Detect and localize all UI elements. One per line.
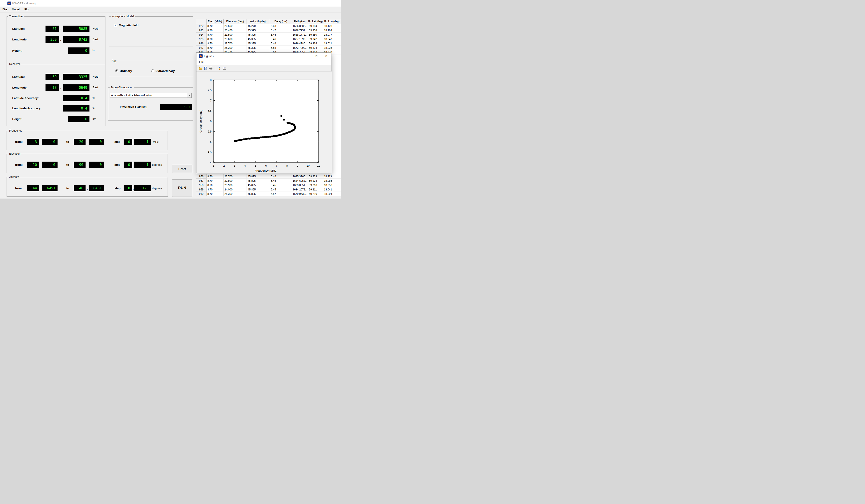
table-cell[interactable]: 5.45: [270, 179, 292, 183]
table-column-header[interactable]: Azimuth (deg): [247, 19, 270, 24]
table-cell[interactable]: 5.58: [270, 46, 292, 50]
table-cell[interactable]: 18.021: [323, 41, 341, 46]
run-button[interactable]: RUN: [172, 179, 192, 197]
table-cell[interactable]: 18.056: [323, 183, 341, 187]
table-column-header[interactable]: Path (km): [292, 19, 308, 24]
table-cell[interactable]: 59.233: [308, 174, 323, 179]
table-cell[interactable]: 1633.8651...: [292, 183, 308, 187]
frequency-to-int-field[interactable]: 20: [74, 139, 85, 145]
table-cell[interactable]: 8.70: [207, 24, 223, 28]
azimuth-to-int-field[interactable]: 46: [74, 185, 85, 191]
elevation-from-int-field[interactable]: 10: [27, 162, 39, 168]
table-cell[interactable]: 1635.3760...: [292, 174, 308, 179]
table-cell[interactable]: 59.324: [308, 46, 323, 50]
table-cell[interactable]: 18.094: [323, 192, 341, 196]
rx-lon-accuracy-field[interactable]: 0.4: [63, 105, 90, 112]
legend-icon[interactable]: [222, 66, 227, 71]
elevation-step-int-field[interactable]: 0: [124, 162, 132, 168]
table-cell[interactable]: 5.45: [270, 187, 292, 192]
table-cell[interactable]: 1673.7890...: [292, 46, 308, 50]
table-cell[interactable]: 59.216: [308, 192, 323, 196]
figure-menu-file[interactable]: File: [199, 60, 204, 63]
frequency-step-frac-field[interactable]: 1: [134, 139, 151, 145]
table-cell[interactable]: 45.395: [247, 46, 270, 50]
table-cell[interactable]: 59.384: [308, 24, 323, 28]
table-cell[interactable]: 45.395: [247, 33, 270, 37]
table-cell[interactable]: 45.270: [247, 24, 270, 28]
row-number[interactable]: 957: [196, 179, 207, 183]
rx-longitude-int-field[interactable]: 18: [46, 84, 59, 91]
table-cell[interactable]: 45.895: [247, 192, 270, 196]
minimize-icon[interactable]: −: [302, 53, 312, 59]
table-cell[interactable]: 23.600: [223, 37, 247, 41]
close-icon[interactable]: ✕: [321, 53, 331, 59]
table-cell[interactable]: 26.300: [223, 46, 247, 50]
table-cell[interactable]: 59.211: [308, 187, 323, 192]
table-cell[interactable]: 8.70: [207, 174, 223, 179]
table-cell[interactable]: 26.500: [223, 24, 247, 28]
tx-latitude-int-field[interactable]: 51: [46, 26, 59, 32]
table-cell[interactable]: 24.000: [223, 187, 247, 192]
table-cell[interactable]: 5.45: [270, 183, 292, 187]
frequency-from-frac-field[interactable]: 0: [42, 139, 58, 145]
magnetic-field-checkbox[interactable]: [114, 24, 117, 27]
tx-latitude-frac-field[interactable]: 5085: [63, 26, 90, 32]
menu-file[interactable]: File: [0, 7, 9, 12]
azimuth-step-int-field[interactable]: 0: [124, 185, 132, 191]
table-cell[interactable]: 8.70: [207, 33, 223, 37]
table-cell[interactable]: 59.342: [308, 37, 323, 41]
table-cell[interactable]: 18.085: [323, 179, 341, 183]
table-cell[interactable]: 59.358: [308, 28, 323, 33]
table-cell[interactable]: 23.700: [223, 174, 247, 179]
table-cell[interactable]: 18.025: [323, 46, 341, 50]
figure-titlebar[interactable]: Figure 2 − □ ✕: [196, 53, 331, 59]
tx-longitude-frac-field[interactable]: 8743: [63, 36, 90, 43]
table-cell[interactable]: 1636.4780...: [292, 41, 308, 46]
elevation-to-frac-field[interactable]: 0: [89, 162, 104, 168]
table-cell[interactable]: 5.46: [270, 174, 292, 179]
table-cell[interactable]: 18.041: [323, 187, 341, 192]
table-cell[interactable]: 8.70: [207, 192, 223, 196]
row-number[interactable]: 926: [196, 41, 207, 46]
reset-button[interactable]: Reset: [172, 165, 192, 173]
table-cell[interactable]: 1638.7951...: [292, 28, 308, 33]
integration-method-dropdown[interactable]: Adams-Bashforth - Adams-Moulton: [109, 93, 192, 98]
frequency-step-int-field[interactable]: 0: [124, 139, 132, 145]
table-cell[interactable]: 26.300: [223, 192, 247, 196]
table-column-header[interactable]: Rx Lon (deg): [323, 19, 341, 24]
table-cell[interactable]: 1634.2072...: [292, 187, 308, 192]
print-icon[interactable]: [208, 66, 214, 71]
table-cell[interactable]: 59.224: [308, 179, 323, 183]
row-number[interactable]: 924: [196, 33, 207, 37]
maximize-icon[interactable]: □: [312, 53, 321, 59]
table-column-header[interactable]: Delay (ms): [270, 19, 292, 24]
table-cell[interactable]: 8.70: [207, 28, 223, 33]
elevation-step-frac-field[interactable]: 1: [134, 162, 151, 168]
table-cell[interactable]: 45.895: [247, 183, 270, 187]
ordinary-radio[interactable]: [115, 69, 118, 72]
rx-latitude-frac-field[interactable]: 3325: [63, 74, 90, 80]
integration-step-field[interactable]: 3.0: [160, 104, 192, 110]
table-cell[interactable]: 45.895: [247, 179, 270, 183]
table-cell[interactable]: 45.395: [247, 41, 270, 46]
row-number[interactable]: 960: [196, 192, 207, 196]
table-cell[interactable]: 59.334: [308, 41, 323, 46]
table-cell[interactable]: 18.103: [323, 28, 341, 33]
save-icon[interactable]: [203, 66, 208, 71]
tx-height-field[interactable]: 0: [68, 47, 90, 54]
table-cell[interactable]: 8.70: [207, 46, 223, 50]
table-cell[interactable]: 59.350: [308, 33, 323, 37]
app-titlebar[interactable]: IONORT - Homing: [0, 0, 341, 7]
row-number[interactable]: 923: [196, 28, 207, 33]
table-cell[interactable]: 8.70: [207, 183, 223, 187]
frequency-to-frac-field[interactable]: 0: [89, 139, 104, 145]
table-cell[interactable]: 45.395: [247, 28, 270, 33]
table-cell[interactable]: 8.70: [207, 179, 223, 183]
rx-lat-accuracy-field[interactable]: 0.4: [63, 95, 90, 101]
table-cell[interactable]: 23.400: [223, 28, 247, 33]
table-cell[interactable]: 45.895: [247, 187, 270, 192]
table-cell[interactable]: 18.113: [323, 174, 341, 179]
row-number[interactable]: 958: [196, 183, 207, 187]
table-cell[interactable]: 23.900: [223, 183, 247, 187]
row-number[interactable]: 959: [196, 187, 207, 192]
